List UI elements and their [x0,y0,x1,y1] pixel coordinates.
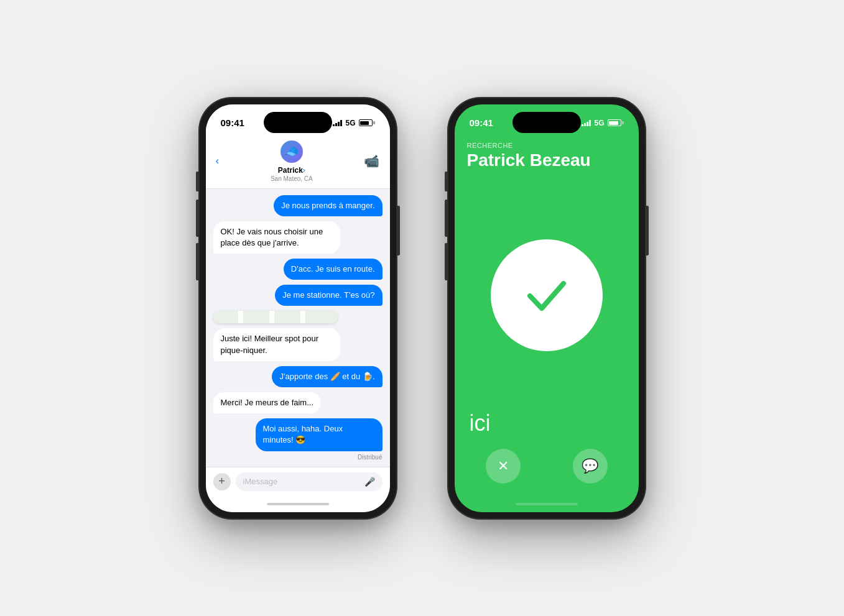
video-call-icon[interactable]: 📹 [364,154,379,168]
distribue-label: Distribué [358,454,382,461]
message-7: J'apporte des 🥖 et du 🍺. [272,366,382,387]
contact-location: San Mateo, CA [271,175,313,182]
contact-full-name: Patrick Bezeau [467,150,626,170]
contact-signal-icon [582,119,591,126]
messages-time: 09:41 [221,117,244,128]
contact-phone: 09:41 5G [447,97,646,520]
checkmark-container [455,180,639,410]
message-button[interactable]: 💬 [573,449,608,484]
message-3: D'acc. Je suis en route. [284,259,383,280]
messages-nav-bar: ‹ 🧢 Patrick› San Mateo, CA 📹 [206,137,390,189]
checkmark-icon [519,267,575,323]
message-6: Juste ici! Meilleur spot pour pique-niqu… [213,328,340,361]
back-button[interactable]: ‹ [216,155,220,167]
network-label: 5G [345,119,355,127]
ici-label: ici [455,410,639,449]
contact-home-indicator [455,496,639,512]
messages-input-bar: + iMessage 🎤 [206,467,390,496]
contact-status-icons: 5G [582,119,623,127]
decline-icon: ✕ [498,458,509,474]
contact-network-label: 5G [594,119,604,127]
message-2: OK! Je vais nous choisir une place dès q… [213,221,340,254]
contact-info[interactable]: 🧢 Patrick› San Mateo, CA [271,140,313,182]
messages-body: Je nous prends à manger. OK! Je vais nou… [206,189,390,467]
contact-screen: 09:41 5G [455,104,639,512]
contact-header: RECHERCHE Patrick Bezeau [455,137,639,180]
message-8: Merci! Je meurs de faim... [213,392,322,413]
messages-home-indicator [206,496,390,512]
message-input[interactable]: iMessage 🎤 [236,472,383,491]
battery-icon [359,119,375,126]
checkmark-circle [491,239,603,351]
contact-time: 09:41 [470,117,493,128]
contact-actions: ✕ 💬 [455,449,639,496]
signal-icon [333,119,342,126]
message-4: Je me stationne. T'es où? [275,285,382,306]
avatar: 🧢 [281,140,303,163]
microphone-icon: 🎤 [364,477,375,487]
add-attachment-button[interactable]: + [213,473,231,490]
message-1: Je nous prends à manger. [274,195,382,216]
imessage-placeholder: iMessage [243,477,278,486]
recherche-label: RECHERCHE [467,142,626,149]
dynamic-island [264,112,332,133]
messages-phone: 09:41 5G [198,97,397,520]
messages-status-icons: 5G [333,119,374,127]
decline-button[interactable]: ✕ [486,449,521,484]
dynamic-island-2 [512,112,581,133]
message-icon: 💬 [582,458,598,474]
contact-name: Patrick [278,166,303,175]
message-9: Moi aussi, haha. Deux minutes! 😎 [256,418,383,451]
map-visual: Central Park andJapanese Garden 🧢 [213,311,338,323]
scene: 09:41 5G [198,97,646,520]
map-bubble[interactable]: Central Park andJapanese Garden 🧢 🧭 Loca… [213,311,338,323]
contact-battery-icon [608,119,624,126]
messages-screen: 09:41 5G [206,104,390,512]
